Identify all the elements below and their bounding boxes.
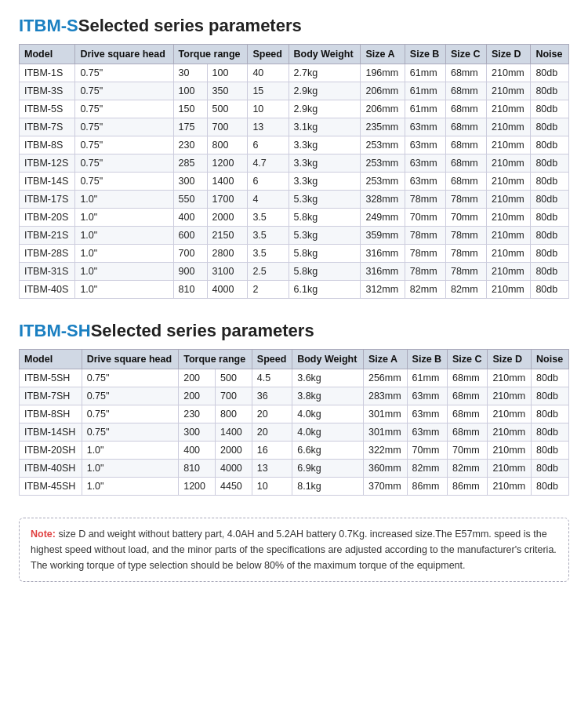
table-cell: 210mm [487,191,531,209]
section2-header-row: Model Drive square head Torque range Spe… [20,350,569,369]
table-cell: 0.75" [82,423,179,442]
table-cell: ITBM-40S [20,281,75,299]
table-row: ITBM-28S1.0"70028003.55.8kg316mm78mm78mm… [20,245,569,263]
table-cell: 70mm [445,209,486,227]
col-noise: Noise [531,45,569,64]
table-cell: 80db [532,387,569,405]
table-cell: 0.75" [75,118,173,136]
table-cell: 300 [173,173,207,191]
table-cell: 8.1kg [292,478,364,496]
col-noise: Noise [532,350,569,369]
table-cell: 1.0" [75,245,173,263]
col-drive-square-head: Drive square head [75,45,173,64]
table-cell: ITBM-1S [20,64,75,82]
table-cell: 6.9kg [292,460,364,478]
table-cell: 70mm [405,209,445,227]
table-cell: 359mm [361,227,405,245]
section1-title: ITBM-SSelected series parameters [19,16,569,36]
table-cell: 316mm [361,263,405,281]
table-cell: 210mm [488,442,532,460]
table-cell: 253mm [361,154,405,173]
table-cell: 5.8kg [289,245,361,263]
table-cell: 210mm [488,387,532,405]
table-cell: ITBM-20S [20,209,75,227]
table-cell: 40 [248,64,289,82]
table-cell: 5.8kg [289,263,361,281]
table-cell: 20 [252,423,292,442]
table-cell: 4.0kg [292,423,364,442]
table-cell: 6 [248,136,289,154]
table-cell: 6.6kg [292,442,364,460]
col-drive-square-head: Drive square head [82,350,179,369]
table-cell: 10 [248,100,289,118]
table-cell: 0.75" [75,173,173,191]
table-cell: 80db [531,191,569,209]
table-cell: ITBM-45SH [20,478,82,496]
section2-table: Model Drive square head Torque range Spe… [19,349,569,496]
table-cell: 175 [173,118,207,136]
table-cell: ITBM-5SH [20,369,82,387]
table-cell: 82mm [448,460,488,478]
table-cell: 16 [252,442,292,460]
table-cell: ITBM-28S [20,245,75,263]
table-cell: 3.3kg [289,136,361,154]
table-cell: 210mm [487,136,531,154]
table-cell: ITBM-17S [20,191,75,209]
table-cell: 80db [531,263,569,281]
col-size-b: Size B [407,350,447,369]
table-cell: 700 [173,245,207,263]
table-cell: 80db [531,245,569,263]
table-cell: 61mm [405,64,445,82]
table-cell: 80db [531,136,569,154]
table-cell: 0.75" [82,405,179,423]
table-cell: 68mm [445,154,486,173]
table-cell: 0.75" [75,100,173,118]
table-cell: 80db [531,209,569,227]
table-cell: 5.3kg [289,227,361,245]
col-torque-range: Torque range [173,45,248,64]
table-cell: 301mm [363,405,407,423]
table-row: ITBM-14S0.75"300140063.3kg253mm63mm68mm2… [20,173,569,191]
col-body-weight: Body Weight [289,45,361,64]
table-cell: 400 [179,442,216,460]
table-cell: 210mm [487,173,531,191]
note-text: size D and weight without battery part, … [31,529,557,571]
table-cell: 68mm [448,369,488,387]
table-cell: 322mm [363,442,407,460]
table-cell: 3.8kg [292,387,364,405]
table-cell: ITBM-7S [20,118,75,136]
table-cell: 63mm [405,118,445,136]
table-cell: ITBM-5S [20,100,75,118]
table-cell: 80db [532,442,569,460]
table-cell: 86mm [448,478,488,496]
table-cell: 3.3kg [289,154,361,173]
table-cell: 210mm [488,369,532,387]
table-cell: 61mm [407,369,447,387]
table-cell: 68mm [445,136,486,154]
table-cell: 0.75" [82,369,179,387]
table-cell: 2 [248,281,289,299]
table-cell: 0.75" [75,136,173,154]
table-cell: 210mm [487,118,531,136]
table-cell: 4.0kg [292,405,364,423]
table-cell: 253mm [361,173,405,191]
table-cell: 1.0" [75,191,173,209]
table-cell: 316mm [361,245,405,263]
col-speed: Speed [248,45,289,64]
table-cell: ITBM-31S [20,263,75,281]
table-cell: 6 [248,173,289,191]
table-cell: 68mm [445,100,486,118]
table-cell: 63mm [407,405,447,423]
section2: ITBM-SHSelected series parameters Model … [19,321,569,496]
table-cell: 61mm [405,100,445,118]
table-cell: 3.5 [248,245,289,263]
table-cell: 3.1kg [289,118,361,136]
table-cell: 80db [532,423,569,442]
table-cell: 78mm [405,227,445,245]
note-label: Note: [31,529,56,540]
col-size-a: Size A [363,350,407,369]
table-cell: 2800 [207,245,248,263]
col-size-b: Size B [405,45,445,64]
table-cell: 210mm [488,460,532,478]
table-cell: 80db [532,478,569,496]
